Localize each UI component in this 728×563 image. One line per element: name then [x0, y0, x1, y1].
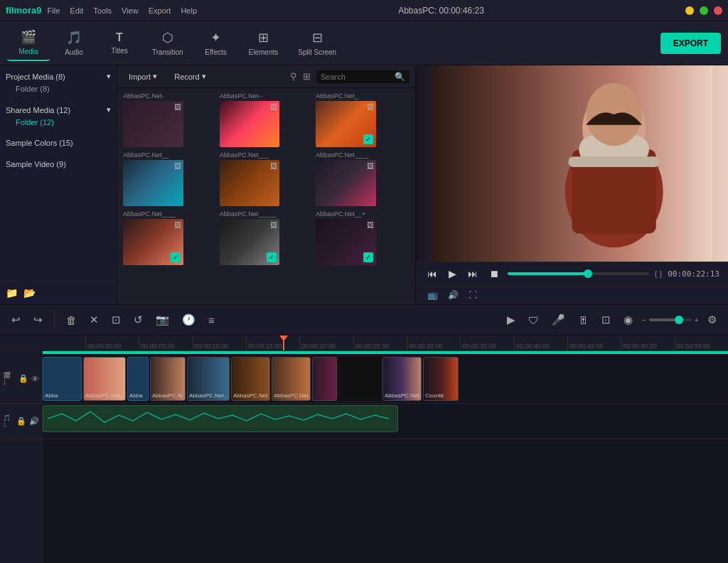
- timeline-body: 🎬 1 🔒 👁 🎵 1 🔒 🔊 Abba: [0, 354, 728, 563]
- audio-speaker-icon[interactable]: 🔊: [29, 417, 39, 426]
- thumb-check-2: ✓: [363, 134, 373, 144]
- eye-icon[interactable]: 👁: [31, 375, 39, 383]
- clip-6[interactable]: AbbasPC.Net...: [272, 357, 311, 401]
- app-logo: filmora9: [6, 5, 42, 16]
- zoom-plus[interactable]: +: [695, 316, 699, 324]
- color-button[interactable]: ◉: [619, 311, 637, 329]
- record-button[interactable]: Record ▾: [168, 70, 211, 83]
- thumb-8[interactable]: 🖼 ✓: [316, 219, 376, 265]
- clip-3-label: AbbasPC.N.: [152, 392, 183, 399]
- toolbar-elements[interactable]: ⊞ Elements: [240, 26, 287, 60]
- edit-sep-1: [54, 311, 55, 328]
- shared-media-header[interactable]: Shared Media (12) ▾: [6, 103, 111, 117]
- import-icon[interactable]: 📂: [23, 287, 36, 299]
- zoom-minus[interactable]: −: [641, 316, 646, 324]
- thumb-0[interactable]: 🖼: [123, 101, 183, 147]
- thumb-1[interactable]: 🖼: [220, 101, 280, 147]
- thumb-2[interactable]: 🖼 ✓: [316, 101, 376, 147]
- menu-view[interactable]: View: [122, 6, 139, 15]
- toolbar-titles-label: Titles: [111, 47, 128, 55]
- preview-fullscreen-button[interactable]: ⛶: [466, 289, 480, 301]
- more-button[interactable]: ≡: [204, 311, 219, 329]
- pip-button[interactable]: ⊡: [597, 311, 615, 329]
- thumb-row-2-labels: AbbasPC.Net__ AbbasPC.Net___ AbbasPC.Net…: [117, 149, 415, 160]
- sample-video-header[interactable]: Sample Video (9): [6, 158, 111, 171]
- clip-4[interactable]: AbbasPC.Net...: [187, 357, 230, 401]
- clip-9[interactable]: Countd: [423, 357, 459, 401]
- clip-8[interactable]: AbbasPC.Net...: [382, 357, 422, 401]
- main-toolbar: 🎬 Media 🎵 Audio T Titles ⬡ Transition ✦ …: [0, 21, 728, 65]
- stop-button[interactable]: ⏹: [486, 267, 502, 281]
- crop-button[interactable]: ⊡: [107, 311, 125, 329]
- menu-tools[interactable]: Tools: [93, 6, 112, 15]
- clip-3[interactable]: AbbasPC.N.: [150, 357, 186, 401]
- clip-5[interactable]: AbbasPC.Net...: [231, 357, 270, 401]
- fast-forward-button[interactable]: ⏭: [465, 267, 481, 281]
- go-start-button[interactable]: ⏮: [424, 267, 440, 281]
- thumb-4[interactable]: 🖼: [220, 160, 280, 206]
- project-media-header[interactable]: Project Media (8) ▾: [6, 70, 111, 83]
- cut-button[interactable]: ✕: [85, 311, 103, 329]
- toolbar-transition[interactable]: ⬡ Transition: [144, 26, 192, 60]
- mic-button[interactable]: 🎤: [547, 311, 569, 329]
- menu-edit[interactable]: Edit: [70, 6, 83, 15]
- toolbar-audio[interactable]: 🎵 Audio: [53, 26, 95, 60]
- toolbar-media[interactable]: 🎬 Media: [7, 25, 50, 61]
- menu-file[interactable]: File: [48, 6, 60, 15]
- thumb-5[interactable]: 🖼: [316, 160, 376, 206]
- maximize-button[interactable]: [700, 6, 708, 15]
- close-button[interactable]: [714, 6, 722, 15]
- import-button[interactable]: Import ▾: [123, 70, 163, 83]
- snapshot-button[interactable]: 📷: [151, 311, 173, 329]
- clip-7[interactable]: [312, 357, 337, 401]
- time-mark-1: 00:00:05:00: [139, 336, 192, 351]
- timer-button[interactable]: 🕐: [178, 311, 200, 329]
- window-title: AbbasPC: 00:00:46:23: [398, 6, 484, 16]
- export-button[interactable]: EXPORT: [660, 33, 721, 54]
- zoom-slider[interactable]: [649, 318, 692, 321]
- undo-button[interactable]: ↩: [7, 311, 25, 329]
- redo-button[interactable]: ↪: [29, 311, 47, 329]
- media-search-box[interactable]: 🔍: [316, 70, 410, 83]
- preview-progress-handle[interactable]: [584, 269, 592, 278]
- clip-1[interactable]: AbbasPC.Net...: [83, 357, 126, 401]
- filter-icon[interactable]: ⚲: [290, 71, 297, 82]
- time-mark-9: 00:00:45:00: [567, 336, 621, 351]
- project-media-label: Project Media (8): [6, 73, 65, 81]
- preview-timecode: 00:00:22:13: [668, 269, 719, 279]
- zoom-handle[interactable]: [675, 316, 683, 324]
- thumb-7[interactable]: 🖼 ✓: [220, 219, 280, 265]
- settings-button[interactable]: ⚙: [703, 311, 721, 329]
- folder-12-item[interactable]: Folder (12): [6, 117, 111, 128]
- thumb-label-1: AbbasPC.Net--: [220, 92, 314, 100]
- motion-button[interactable]: 🛡: [524, 311, 543, 329]
- toolbar-splitscreen[interactable]: ⊟ Split Screen: [289, 26, 345, 60]
- grid-view-icon[interactable]: ⊞: [303, 71, 311, 82]
- preview-tool-2[interactable]: 🔊: [445, 289, 461, 301]
- thumb-3[interactable]: 🖼: [123, 160, 183, 206]
- toolbar-titles[interactable]: T Titles: [98, 27, 141, 59]
- audio-mix-button[interactable]: 🎚: [574, 311, 593, 329]
- sample-colors-header[interactable]: Sample Colors (15): [6, 136, 111, 149]
- menu-help[interactable]: Help: [181, 6, 197, 15]
- audio-clip[interactable]: [43, 405, 398, 432]
- clip-0[interactable]: Abba: [43, 357, 82, 401]
- minimize-button[interactable]: [685, 6, 694, 15]
- preview-tool-1[interactable]: 📺: [424, 289, 441, 301]
- play-button[interactable]: ▶: [446, 267, 459, 281]
- thumb-6[interactable]: 🖼 ✓: [123, 219, 183, 265]
- preview-progress-bar[interactable]: [508, 272, 649, 275]
- toolbar-effects[interactable]: ✦ Effects: [195, 26, 237, 60]
- rotate-button[interactable]: ↺: [129, 311, 147, 329]
- audio-lock-icon[interactable]: 🔒: [16, 417, 26, 426]
- search-input[interactable]: [321, 73, 392, 81]
- folder-8-item[interactable]: Folder (8): [6, 83, 111, 95]
- add-folder-icon[interactable]: 📁: [6, 287, 18, 299]
- track-add-button[interactable]: ▶: [503, 311, 520, 329]
- clip-2[interactable]: Abba: [127, 357, 149, 401]
- video-track-label: 🎬 1 🔒 👁: [0, 354, 42, 404]
- delete-button[interactable]: 🗑: [62, 311, 81, 329]
- menu-export[interactable]: Export: [149, 6, 171, 15]
- thumb-label-2: AbbasPC.Net_: [316, 92, 410, 100]
- lock-icon[interactable]: 🔒: [18, 374, 28, 383]
